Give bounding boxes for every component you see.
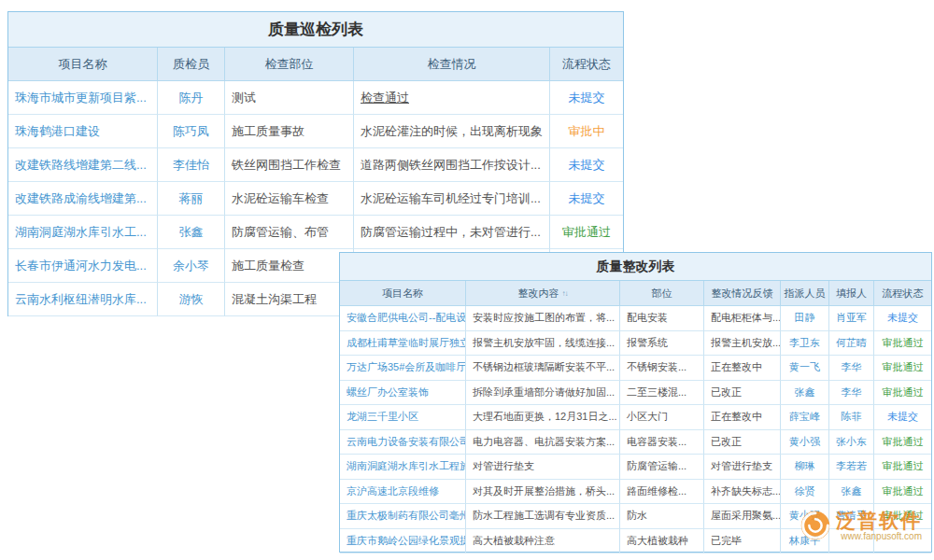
project-name-link[interactable]: 湖南洞庭湖水库引水工... [8, 216, 158, 249]
inspection-situation: 检查通过 [354, 81, 550, 115]
inspection-table-row[interactable]: 珠海市城市更新项目紫... 陈丹 测试 检查通过 未提交 [8, 81, 623, 115]
assignee-name-link[interactable]: 黄小强 [781, 430, 829, 455]
rectification-feedback: 补齐缺失标志... [704, 480, 781, 505]
assignee-name-link[interactable]: 柳琳 [781, 455, 829, 480]
inspector-name-link[interactable]: 李佳怡 [158, 148, 225, 182]
rectification-feedback: 正在整改中 [704, 405, 781, 430]
column-header-assignee: 指派人员 [781, 281, 829, 306]
rectification-content: 大理石地面更换，12月31日之... [466, 405, 620, 430]
rectification-table-row[interactable]: 云南电力设备安装有限公司20... 电力电容器、电抗器安装方案... 电容器安装… [340, 430, 931, 455]
column-header-part: 部位 [620, 281, 704, 306]
rectification-table-row[interactable]: 湖南洞庭湖水库引水工程施工标 对管进行垫支 防腐管运输... 对管进行垫支 柳琳… [340, 455, 931, 480]
rectification-feedback: 屋面采用聚氨... [704, 504, 781, 529]
rectification-content: 安装时应按施工图的布置，将... [466, 306, 620, 331]
project-name-link[interactable]: 安徽合肥供电公司--配电设备... [340, 306, 466, 331]
rectification-table-row[interactable]: 龙湖三千里小区 大理石地面更换，12月31日之... 小区大门 正在整改中 薛宝… [340, 405, 931, 430]
filler-name-link[interactable]: 何芷晴 [829, 331, 874, 357]
project-name-link[interactable]: 云南电力设备安装有限公司20... [340, 430, 466, 455]
rectification-content: 对其及时开展整治措施，桥头... [466, 480, 620, 505]
rectification-part: 报警系统 [620, 331, 704, 357]
filler-name-link[interactable]: 李若若 [829, 455, 874, 480]
rectification-table-row[interactable]: 安徽合肥供电公司--配电设备... 安装时应按施工图的布置，将... 配电安装 … [340, 306, 931, 331]
column-header-location: 检查部位 [225, 48, 354, 81]
filler-name-link[interactable]: 肖亚军 [829, 306, 874, 331]
rectification-content: 防水工程施工选调有专业资质... [466, 504, 620, 529]
rectification-table-title: 质量整改列表 [340, 253, 931, 281]
column-header-project: 项目名称 [8, 48, 158, 81]
project-name-link[interactable]: 云南水利枢纽潜明水库... [8, 283, 158, 316]
status-badge: 未提交 [874, 405, 931, 430]
status-badge: 未提交 [550, 182, 623, 216]
rectification-part: 路面维修检... [620, 480, 704, 505]
inspection-location: 水泥砼运输车检查 [225, 182, 354, 216]
inspection-table-row[interactable]: 湖南洞庭湖水库引水工... 张鑫 防腐管运输、布管 防腐管运输过程中，未对管进行… [8, 216, 623, 249]
filler-name-link[interactable]: 张小东 [829, 430, 874, 455]
inspector-name-link[interactable]: 蒋丽 [158, 182, 225, 216]
filler-name-link[interactable]: 陈菲 [829, 405, 874, 430]
project-name-link[interactable]: 万达广场35#会所及咖啡厅空... [340, 356, 466, 381]
rectification-part: 小区大门 [620, 405, 704, 430]
inspection-situation: 水泥砼运输车司机经过专门培训... [354, 182, 550, 216]
assignee-name-link[interactable]: 田静 [781, 306, 829, 331]
project-name-link[interactable]: 成都杜甫草堂临时展厅独立展... [340, 331, 466, 357]
assignee-name-link[interactable]: 林康平 [781, 529, 829, 554]
project-name-link[interactable]: 改建铁路成渝线增建第... [8, 182, 158, 216]
project-name-link[interactable]: 螺丝厂办公室装饰 [340, 381, 466, 406]
inspection-table-header: 项目名称 质检员 检查部位 检查情况 流程状态 [8, 48, 623, 81]
inspection-location: 施工质量事故 [225, 115, 354, 148]
inspection-table-row[interactable]: 改建铁路成渝线增建第... 蒋丽 水泥砼运输车检查 水泥砼运输车司机经过专门培训… [8, 182, 623, 216]
filler-name-link[interactable] [829, 529, 874, 554]
assignee-name-link[interactable]: 张鑫 [781, 381, 829, 406]
rectification-table-row[interactable]: 成都杜甫草堂临时展厅独立展... 报警主机安放牢固，线缆连接... 报警系统 报… [340, 331, 931, 357]
rectification-table-row[interactable]: 万达广场35#会所及咖啡厅空... 不锈钢边框玻璃隔断安装不平... 不锈钢安装… [340, 356, 931, 381]
rectification-table-row[interactable]: 重庆太极制药有限公司毫州中... 防水工程施工选调有专业资质... 防水 屋面采… [340, 504, 931, 529]
rectification-table-row[interactable]: 螺丝厂办公室装饰 拆除到承重墙部分请做好加固... 二至三楼混... 已改正 张… [340, 381, 931, 406]
sort-icon[interactable]: ↑↓ [562, 289, 568, 298]
inspector-name-link[interactable]: 陈丹 [158, 81, 225, 115]
status-badge: 审批通过 [874, 480, 931, 505]
assignee-name-link[interactable]: 李卫东 [781, 331, 829, 357]
filler-name-link[interactable]: 张鑫 [829, 480, 874, 505]
rectification-feedback: 报警主机安放... [704, 331, 781, 357]
project-name-link[interactable]: 龙湖三千里小区 [340, 405, 466, 430]
inspection-situation: 道路两侧铁丝网围挡工作按设计... [354, 148, 550, 182]
column-header-feedback: 整改情况反馈 [704, 281, 781, 306]
status-badge: 审批通过 [550, 216, 623, 249]
project-name-link[interactable]: 改建铁路线增建第二线... [8, 148, 158, 182]
assignee-name-link[interactable]: 薛宝峰 [781, 405, 829, 430]
project-name-link[interactable]: 京沪高速北京段维修 [340, 480, 466, 505]
inspector-name-link[interactable]: 游恢 [158, 283, 225, 316]
inspector-name-link[interactable]: 余小琴 [158, 249, 225, 283]
project-name-link[interactable]: 珠海市城市更新项目紫... [8, 81, 158, 115]
column-header-content[interactable]: 整改内容 ↑↓ [466, 281, 620, 306]
rectification-table-row[interactable]: 重庆市鹅岭公园绿化景观提升... 高大植被栽种注意 高大植被栽种 已完毕 林康平 [340, 529, 931, 554]
rectification-feedback: 对管进行垫支 [704, 455, 781, 480]
assignee-name-link[interactable]: 黄小强 [781, 504, 829, 529]
rectification-content: 高大植被栽种注意 [466, 529, 620, 554]
project-name-link[interactable]: 湖南洞庭湖水库引水工程施工标 [340, 455, 466, 480]
rectification-table-row[interactable]: 京沪高速北京段维修 对其及时开展整治措施，桥头... 路面维修检... 补齐缺失… [340, 480, 931, 505]
inspection-location: 施工质量检查 [225, 249, 354, 283]
project-name-link[interactable]: 重庆市鹅岭公园绿化景观提升... [340, 529, 466, 554]
rectification-part: 防水 [620, 504, 704, 529]
inspection-table-row[interactable]: 珠海鹤港口建设 陈巧凤 施工质量事故 水泥砼灌注的时候，出现离析现象 审批中 [8, 115, 623, 148]
filler-name-link[interactable]: 李华 [829, 381, 874, 406]
inspection-location: 混凝土沟渠工程 [225, 283, 354, 316]
filler-name-link[interactable]: 李华 [829, 356, 874, 381]
column-header-inspector: 质检员 [158, 48, 225, 81]
assignee-name-link[interactable]: 黄一飞 [781, 356, 829, 381]
project-name-link[interactable]: 珠海鹤港口建设 [8, 115, 158, 148]
assignee-name-link[interactable]: 徐贤 [781, 480, 829, 505]
rectification-part: 电容器安装... [620, 430, 704, 455]
inspector-name-link[interactable]: 张鑫 [158, 216, 225, 249]
status-badge: 审批中 [550, 115, 623, 148]
rectification-content: 拆除到承重墙部分请做好加固... [466, 381, 620, 406]
rectification-feedback: 已改正 [704, 430, 781, 455]
inspector-name-link[interactable]: 陈巧凤 [158, 115, 225, 148]
filler-name-link[interactable]: 曹清平 [829, 504, 874, 529]
rectification-part: 二至三楼混... [620, 381, 704, 406]
project-name-link[interactable]: 长春市伊通河水力发电... [8, 249, 158, 283]
inspection-table-row[interactable]: 改建铁路线增建第二线... 李佳怡 铁丝网围挡工作检查 道路两侧铁丝网围挡工作按… [8, 148, 623, 182]
rectification-feedback: 已改正 [704, 381, 781, 406]
project-name-link[interactable]: 重庆太极制药有限公司毫州中... [340, 504, 466, 529]
